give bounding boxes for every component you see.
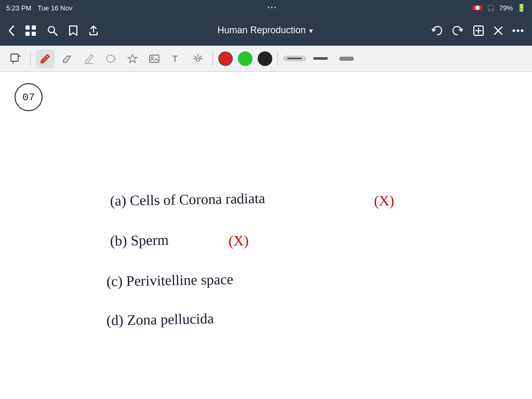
undo-button[interactable] <box>431 25 443 36</box>
redo-button[interactable] <box>452 25 463 36</box>
svg-marker-18 <box>128 55 137 63</box>
color-green[interactable] <box>238 51 252 66</box>
share-button[interactable] <box>88 25 99 36</box>
svg-text:(d) Zona pellucida: (d) Zona pellucida <box>107 310 215 328</box>
svg-rect-3 <box>32 32 36 36</box>
add-page-button[interactable] <box>473 25 484 36</box>
highlighter-tool[interactable] <box>79 49 98 68</box>
time-display: 5:23 PM <box>6 4 31 12</box>
battery-percent: 79% <box>499 4 513 12</box>
svg-line-23 <box>200 56 202 58</box>
svg-text:(c) Perivitelline space: (c) Perivitelline space <box>107 271 234 289</box>
stroke-thin[interactable] <box>283 56 306 61</box>
color-black[interactable] <box>258 51 272 66</box>
svg-point-27 <box>196 58 200 61</box>
headphone-icon: 🎧 <box>487 4 495 12</box>
toolbar: T <box>0 46 532 72</box>
date-display: Tue 16 Nov <box>37 4 72 12</box>
bookmark-button[interactable] <box>69 25 78 36</box>
svg-rect-14 <box>11 54 18 61</box>
svg-text:(b) Sperm: (b) Sperm <box>110 232 169 249</box>
status-bar: 5:23 PM Tue 16 Nov ••• 🎧 79% 🔋 <box>0 0 532 16</box>
svg-point-17 <box>107 55 115 62</box>
stroke-thick[interactable] <box>335 55 358 63</box>
svg-text:(X): (X) <box>229 232 249 249</box>
crop-tool[interactable] <box>6 49 25 68</box>
lasso-tool[interactable] <box>101 49 120 68</box>
document-title: Human Reproduction <box>217 25 305 36</box>
page-number: 07 <box>15 83 43 111</box>
shapes-tool[interactable] <box>123 49 142 68</box>
pen-tool[interactable] <box>36 49 55 68</box>
grid-button[interactable] <box>25 25 36 36</box>
image-tool[interactable] <box>145 49 164 68</box>
svg-text:(X): (X) <box>374 192 394 209</box>
svg-rect-19 <box>150 55 159 62</box>
svg-point-13 <box>521 29 523 32</box>
toolbar-divider-2 <box>212 51 213 66</box>
back-button[interactable] <box>8 25 15 36</box>
svg-line-5 <box>54 32 58 35</box>
more-button[interactable] <box>512 29 524 33</box>
close-button[interactable] <box>494 26 503 35</box>
battery-icon: 🔋 <box>517 4 526 12</box>
toolbar-divider-3 <box>277 51 278 66</box>
svg-point-11 <box>512 29 515 32</box>
svg-point-12 <box>516 29 519 32</box>
nav-bar: Human Reproduction ▾ <box>0 16 532 46</box>
svg-rect-2 <box>25 32 30 36</box>
handwriting-canvas: (a) Cells of Corona radiata (X) (b) Sper… <box>0 72 532 399</box>
eraser-tool[interactable] <box>58 49 76 68</box>
toolbar-divider-1 <box>30 51 31 66</box>
svg-line-25 <box>195 56 196 58</box>
stroke-medium[interactable] <box>309 55 332 62</box>
color-red[interactable] <box>218 51 233 66</box>
title-chevron[interactable]: ▾ <box>309 26 313 35</box>
search-button[interactable] <box>47 25 58 36</box>
canvas-area[interactable]: 07 (a) Cells of Corona radiata (X) (b) S… <box>0 72 532 399</box>
text-tool[interactable]: T <box>167 49 185 68</box>
svg-text:T: T <box>172 55 178 63</box>
laser-tool[interactable] <box>189 49 207 68</box>
svg-text:(a) Cells of Corona radiata: (a) Cells of Corona radiata <box>110 190 266 209</box>
svg-rect-1 <box>32 25 36 30</box>
svg-rect-0 <box>25 25 30 30</box>
recording-indicator <box>472 5 483 10</box>
